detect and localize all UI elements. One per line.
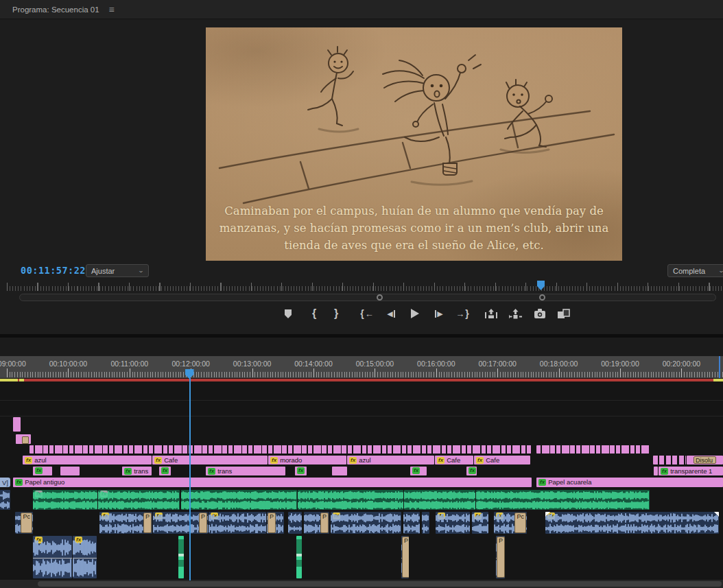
horizontal-scrollbar[interactable] [0,580,723,588]
timeline-clip[interactable]: fx [436,512,470,534]
clip-tag: P [402,537,409,578]
timeline-clip[interactable] [476,490,650,510]
step-forward-button[interactable]: ▶ [430,305,448,322]
timeline-clip[interactable]: Pc [15,512,33,534]
zoom-fit-dropdown[interactable]: Ajustar ⌄ [86,264,149,277]
timeline-clip[interactable]: fxPapel acuarela [536,478,723,487]
timeline-clip[interactable]: fx [331,512,401,534]
timeline-clip[interactable]: fxtrans [206,467,285,475]
timeline-clip[interactable] [29,445,532,454]
timeline-clip[interactable] [298,490,403,510]
panel-menu-icon[interactable]: ≡ [109,5,115,14]
timeline-clip[interactable]: fxCafe [435,456,473,464]
timeline-clip[interactable]: fx [295,467,307,475]
clip-label: morado [280,456,302,464]
timeline-clip[interactable]: fx [33,490,97,510]
timeline-clip[interactable]: fxCafe [474,456,530,464]
monitor-zoom-scrollbar[interactable] [19,294,716,301]
clip-tag: Pc [514,513,526,533]
mark-out-button[interactable]: } [327,305,345,322]
timeline-clip[interactable]: fx [33,536,72,578]
timeline-clip[interactable] [13,417,21,432]
add-marker-button[interactable] [279,305,297,322]
lift-button[interactable] [482,305,500,322]
timeline-clip[interactable]: fx [33,467,52,475]
play-button[interactable] [405,305,423,322]
timeline-clip[interactable]: fx [410,467,427,475]
timeline-clip[interactable] [536,445,650,454]
fx-badge: fx [297,467,305,474]
timeline-clip[interactable]: fxPc [494,512,527,534]
program-preview[interactable]: Caminaban por el campus, huían de un alu… [206,27,622,261]
fx-badge: fx [661,468,668,475]
timeline-clip[interactable]: P [401,536,409,578]
fx-badge: fx [35,467,43,474]
timeline-clip[interactable]: fx [545,512,719,534]
timeline-clip[interactable] [60,467,80,475]
volume-line[interactable] [73,558,97,558]
clip-label: Cafe [164,456,178,464]
timeline-clip[interactable] [181,490,297,510]
timeline-clip[interactable] [403,512,420,534]
go-to-out-button[interactable]: →} [453,305,471,322]
extract-button[interactable] [506,305,524,322]
fx-badge: fx [437,457,445,464]
clip-name-chip[interactable]: V] [0,478,10,487]
timeline-clip[interactable]: P [267,512,284,534]
playback-resolution-value: Completa [673,267,705,275]
timeline-clip[interactable]: fxazul [23,456,152,464]
timeline-clip[interactable] [296,536,302,578]
timeline-clip[interactable]: fxPapel antiguo [13,478,532,487]
volume-line[interactable] [33,558,72,558]
timeline-clip[interactable] [16,434,31,444]
timeline-clip[interactable] [422,512,429,534]
timeline-clip[interactable]: fx [466,467,477,475]
timeline-clip[interactable] [178,536,184,578]
timeline-clip[interactable] [404,490,475,510]
fx-badge: fx [15,479,23,486]
monitor-time-ruler[interactable] [7,280,723,292]
track-v1: V]fxPapel antiguofxPapel acuarela [0,478,723,488]
subtitle-caption: Caminaban por el campus, huían de un alu… [206,202,622,254]
timeline-clip[interactable] [332,467,347,475]
timeline-clip[interactable]: P [496,536,505,578]
timeline-clip[interactable]: fxmorado [268,456,346,464]
timeline-clip[interactable]: fxP [99,512,152,534]
track-a1: fxfx [0,490,723,510]
clip-tag: P [268,513,276,533]
mark-in-button[interactable]: { [305,305,323,322]
timeline-clip[interactable] [654,467,658,475]
step-back-button[interactable]: ◀ [382,305,400,322]
timeline-clip[interactable]: Disolu [687,456,723,464]
clip-icon [22,436,29,444]
export-frame-button[interactable] [531,305,549,322]
go-to-in-button[interactable]: {← [358,305,376,322]
timeline-clip[interactable]: fx [209,512,266,534]
timeline-clip[interactable]: fxCafe [152,456,268,464]
scrollbar-thumb[interactable] [38,581,722,587]
premiere-app-window: Programa: Secuencia 01 ≡ [0,0,723,588]
playback-resolution-dropdown[interactable]: Completa ⌄ [667,264,723,277]
track-v3: fxazulfxCafefxmoradofxazulfxCafefxCafeDi… [0,456,723,465]
timeline-clip[interactable] [288,512,302,534]
major-ticks [7,283,723,291]
timeline-clip[interactable]: fxtrans [122,467,152,475]
timeline-clip[interactable]: fx [472,512,488,534]
timeline-panel: 00:09:00:0000:10:00:0000:11:00:0000:12:0… [0,338,723,588]
timeline-clip[interactable]: fx [159,467,171,475]
timeline-clip[interactable]: fx [98,490,180,510]
comparison-view-button[interactable] [555,305,573,322]
timeline-clip[interactable]: fx [73,536,97,578]
timeline-clip[interactable] [653,456,686,464]
clip-label: trans [134,467,148,475]
clip-tag: Disolu [694,456,716,464]
current-timecode[interactable]: 00:11:57:22 [21,265,86,276]
timeline-clip[interactable] [0,490,10,510]
timeline-clip[interactable]: fxazul [347,456,434,464]
zoom-handle-right[interactable] [539,294,545,301]
timeline-clip[interactable]: P [304,512,329,534]
timeline-clip[interactable]: fxP [153,512,208,534]
transport-controls: {}{←◀▶→} [0,305,723,324]
zoom-handle-left[interactable] [377,294,383,301]
timeline-clip[interactable]: fxtransparente 1 [659,467,723,475]
